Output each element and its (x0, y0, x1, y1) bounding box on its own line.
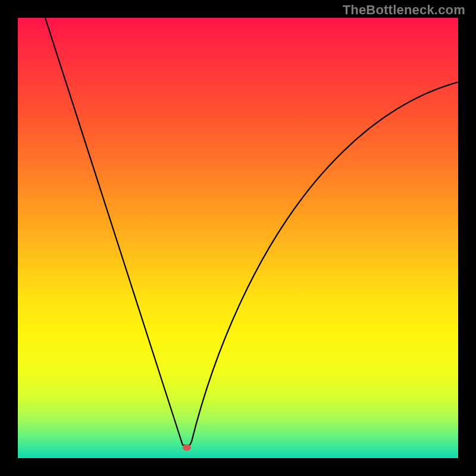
plot-area (18, 18, 458, 458)
optimal-point-marker (183, 444, 191, 451)
chart-frame: TheBottleneck.com (0, 0, 476, 476)
watermark-text: TheBottleneck.com (343, 2, 465, 18)
bottleneck-curve (45, 18, 458, 445)
curve-svg (18, 18, 458, 458)
